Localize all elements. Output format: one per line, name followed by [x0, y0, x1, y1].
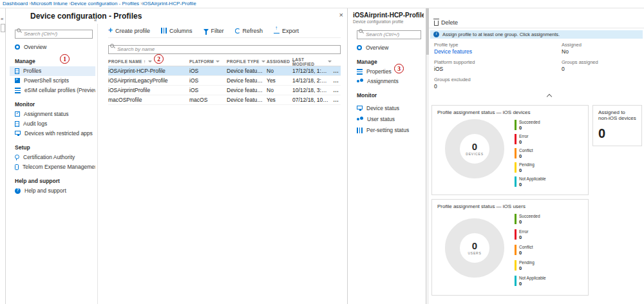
blade2-search: [357, 27, 421, 39]
cell-assigned: No: [267, 87, 292, 93]
sidebar-item-assignment-status[interactable]: Assignment status: [10, 109, 95, 119]
sidebar-item-label: Certification Authority: [23, 154, 75, 160]
field-assigned: Assigned No: [562, 42, 639, 55]
devices-donut-chart: 0 DEVICES: [445, 119, 504, 178]
sidebar-item-device-status[interactable]: Device status: [352, 104, 424, 113]
blade2-search-input[interactable]: [357, 30, 421, 39]
blade1-close-icon[interactable]: ×: [339, 11, 343, 19]
table-row[interactable]: macOSProfile macOS Device features Yes 0…: [108, 95, 341, 105]
cell-profile-name: iOSAirprintLegacyProfile: [108, 77, 189, 84]
columns-button[interactable]: Columns: [161, 28, 193, 34]
field-groups-assigned: Groups assigned 0: [562, 59, 639, 72]
create-profile-button[interactable]: + Create profile: [108, 28, 150, 34]
blade-device-configuration: Device configuration - Profiles « × Over…: [6, 8, 348, 304]
audit-logs-icon: [15, 121, 19, 127]
sidebar-item-per-setting-status[interactable]: Per-setting status: [352, 126, 424, 135]
columns-label: Columns: [169, 28, 193, 34]
assignment-info-banner[interactable]: Assign profile to at least one group. Cl…: [430, 30, 643, 39]
breadcrumb-item[interactable]: Microsoft Intune: [31, 1, 71, 6]
filter-button[interactable]: Filter: [204, 28, 224, 34]
refresh-icon: [235, 28, 240, 33]
row-context-menu-icon[interactable]: …: [332, 77, 341, 84]
blade1-collapse-icon[interactable]: «: [94, 17, 97, 23]
sidebar-item-powershell-scripts[interactable]: PowerShell scripts: [10, 76, 95, 86]
export-button[interactable]: Export: [274, 28, 299, 34]
breadcrumb-item[interactable]: Dashboard: [3, 1, 31, 6]
cell-profile-name: iOSAirprintProfile: [108, 87, 189, 93]
cell-platform: macOS: [189, 97, 227, 103]
sidebar-item-label: Device status: [366, 105, 399, 111]
sidebar-item-audit-logs[interactable]: Audit logs: [10, 119, 95, 129]
table-header: PROFILE NAME ↑ PLATFORM PROFILE TYPE: [108, 58, 341, 66]
legend-item: Error0: [515, 134, 546, 145]
profiles-list-panel: + Create profile Columns Filter: [98, 24, 347, 304]
trash-icon: [434, 21, 439, 26]
sidebar-item-help-support[interactable]: Help and support: [10, 186, 95, 196]
column-label: ASSIGNED: [267, 59, 290, 64]
sidebar-item-overview[interactable]: Overview: [10, 43, 95, 52]
filter-label: Filter: [211, 28, 224, 34]
sidebar-item-user-status[interactable]: User status: [352, 115, 424, 124]
sidebar-item-label: Assignment status: [24, 111, 68, 117]
breadcrumb-item[interactable]: Device configuration - Profiles: [71, 1, 142, 6]
table-row[interactable]: iOSAirprint-HCP-Profile iOS Device featu…: [108, 66, 341, 76]
profile-overview-panel: Delete Assign profile to at least one gr…: [426, 8, 644, 304]
refresh-button[interactable]: Refresh: [235, 28, 263, 34]
annotation-circle-1: 1: [60, 54, 70, 64]
sidebar-item-certification-authority[interactable]: Certification Authority: [10, 153, 95, 162]
sidebar-item-label: User status: [367, 116, 395, 122]
sidebar-item-label: Per-setting status: [366, 127, 409, 133]
row-context-menu-icon[interactable]: …: [332, 68, 341, 74]
columns-icon: [161, 28, 167, 33]
sidebar-item-esim-profiles[interactable]: eSIM cellular profiles (Preview): [10, 86, 95, 95]
column-header-last-modified[interactable]: LAST MODIFIED: [292, 57, 332, 66]
section-header-help: Help and support: [15, 178, 95, 184]
rail-collapse-icon[interactable]: «: [1, 16, 3, 22]
legend-item: Not Applicable0: [515, 276, 546, 287]
export-label: Export: [282, 28, 299, 34]
sidebar-item-label: Overview: [24, 44, 46, 50]
sidebar-item-profiles[interactable]: Profiles: [10, 66, 95, 76]
cell-profile-type: Device features: [227, 68, 267, 74]
detail-toolbar: Delete: [429, 17, 644, 28]
scrollbar-thumb[interactable]: [426, 8, 429, 55]
non-ios-count: 0: [598, 126, 636, 141]
sidebar-item-label: Devices with restricted apps: [24, 130, 93, 137]
annotation-circle-3: 3: [394, 64, 404, 73]
legend-value: 0: [519, 219, 540, 225]
sidebar-item-label: eSIM cellular profiles (Preview): [24, 87, 95, 93]
blade1-menu: Overview Manage Profiles PowerShell scri…: [6, 24, 98, 304]
legend-value: 0: [519, 182, 546, 187]
field-label: Assigned: [562, 42, 639, 48]
sidebar-item-devices-restricted-apps[interactable]: Devices with restricted apps: [10, 129, 95, 138]
table-row[interactable]: iOSAirprintProfile iOS Device features N…: [108, 86, 341, 95]
column-header-profile-name[interactable]: PROFILE NAME ↑: [108, 59, 189, 64]
collapse-essentials-icon[interactable]: [547, 94, 552, 99]
sidebar-item-overview[interactable]: Overview: [352, 43, 424, 53]
cell-platform: iOS: [189, 87, 227, 93]
row-context-menu-icon[interactable]: …: [332, 87, 341, 93]
devices-icon: [15, 131, 21, 135]
legend-color-bar: [515, 276, 516, 286]
filter-caret-icon: [148, 61, 152, 62]
column-header-assigned[interactable]: ASSIGNED: [267, 59, 292, 64]
table-row[interactable]: iOSAirprintLegacyProfile iOS Device feat…: [108, 76, 341, 86]
column-header-profile-type[interactable]: PROFILE TYPE: [227, 59, 267, 64]
blade1-search-input[interactable]: [15, 30, 93, 39]
legend-item: Not Applicable0: [515, 176, 546, 187]
assignment-status-icon: [15, 111, 20, 117]
profile-type-link[interactable]: Device features: [434, 48, 556, 55]
breadcrumb-item[interactable]: iOSAirprint-HCP-Profile: [142, 1, 196, 6]
sort-asc-icon: ↑: [144, 59, 146, 64]
column-header-platform[interactable]: PLATFORM: [189, 59, 227, 64]
sidebar-item-telecom-expense[interactable]: Telecom Expense Management: [10, 162, 95, 172]
sidebar-item-assignments[interactable]: Assignments: [352, 77, 424, 86]
delete-button[interactable]: Delete: [434, 19, 458, 26]
list-search-input[interactable]: [108, 45, 341, 54]
chart-legend: Succeeded0 Error0 Conflict0 Pending: [515, 213, 546, 291]
sidebar-item-properties[interactable]: Properties: [352, 67, 424, 77]
search-icon: [17, 28, 21, 32]
row-context-menu-icon[interactable]: …: [332, 97, 341, 103]
help-icon: [15, 188, 21, 194]
donut-center-value: 0: [472, 142, 477, 151]
